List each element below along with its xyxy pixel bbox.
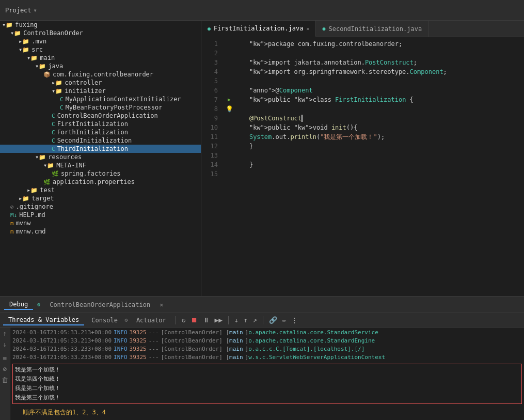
sidebar-label-controller: controller — [65, 79, 102, 86]
line-num-8: 8 — [201, 104, 224, 114]
sidebar-label-spring.factories: spring.factories — [61, 170, 121, 177]
btn-step-over[interactable]: ↓ — [233, 315, 240, 325]
sidebar-item-ControlBeanOrder[interactable]: ▾ 📁ControlBeanOrder — [0, 29, 201, 37]
sidebar-item-ThirdInitialization[interactable]: CThirdInitialization — [0, 145, 201, 153]
delete-btn[interactable]: 🗑 — [2, 376, 8, 384]
code-line-15: 15 — [201, 169, 524, 179]
debug-app-tab[interactable]: ControlBeanOrderApplication — [44, 300, 155, 309]
sidebar-item-META-INF[interactable]: ▾ 📁META-INF — [0, 161, 201, 169]
sidebar-item-com.fuxing.controlbeanorder[interactable]: 📦com.fuxing.controlbeanorder — [0, 70, 201, 79]
line-content-7: "kw">public "kw">class FirstInitializati… — [234, 95, 524, 104]
sidebar-item-target[interactable]: ▸ 📁target — [0, 194, 201, 203]
log-bracket: [ControlBeanOrder] [ — [161, 345, 229, 353]
line-content-3: "kw">import jakarta.annotation.PostConst… — [234, 58, 524, 67]
top-bar: Project ▾ — [0, 0, 524, 21]
line-num-13: 13 — [201, 151, 224, 160]
main-area: ▾ 📁fuxing▾ 📁ControlBeanOrder▸ 📁.mvn▾ 📁sr… — [0, 21, 524, 296]
bulb-icon[interactable]: 💡 — [226, 104, 233, 114]
btn-resume[interactable]: ▶▶ — [213, 315, 225, 325]
log-ts: 2024-03-16T21:05:33.233+08:00 — [12, 345, 112, 353]
project-chevron[interactable]: ▾ — [34, 7, 37, 14]
sidebar-item-.gitignore[interactable]: ⊘.gitignore — [0, 203, 201, 211]
code-line-8: 8💡 — [201, 104, 524, 114]
output-line: 我是第一个加载！ — [15, 365, 519, 375]
line-content-9: @PostConstruct — [234, 114, 524, 123]
btn-edit[interactable]: ✏ — [281, 315, 288, 325]
log-ts: 2024-03-16T21:05:33.213+08:00 — [12, 337, 112, 345]
line-content-8 — [234, 104, 524, 114]
sidebar-label-mvnw.cmd: mvnw.cmd — [16, 228, 46, 235]
sidebar-label-fuxing: fuxing — [15, 21, 37, 28]
btn-step-out[interactable]: ↗ — [251, 315, 259, 325]
sidebar-item-main[interactable]: ▾ 📁main — [0, 54, 201, 62]
btn-more[interactable]: ⋮ — [290, 315, 299, 325]
sidebar-item-initializer[interactable]: ▾ 📁initializer — [0, 87, 201, 95]
debug-label[interactable]: Debug — [4, 300, 33, 310]
toolbar-sep-2 — [228, 316, 229, 324]
console-output[interactable]: 2024-03-16T21:05:33.213+08:00INFO39325--… — [10, 328, 524, 420]
gutter-7: ▶ — [224, 95, 234, 104]
sidebar-item-MyApplicationContextInitializer[interactable]: CMyApplicationContextInitializer — [0, 95, 201, 103]
sidebar-item-ControlBeanOrderApplication[interactable]: CControlBeanOrderApplication — [0, 112, 201, 120]
tab-threads[interactable]: Threads & Variables — [3, 315, 84, 325]
sidebar-item-resources[interactable]: ▾ 📁resources — [0, 153, 201, 161]
sidebar-item-MyBeanFactoryPostProcessor[interactable]: CMyBeanFactoryPostProcessor — [0, 103, 201, 112]
sidebar-item-ForthInitialization[interactable]: CForthInitialization — [0, 128, 201, 136]
sidebar-item-mvnw.cmd[interactable]: mmvnw.cmd — [0, 227, 201, 236]
btn-stop[interactable]: ⏹ — [189, 315, 199, 325]
tab-first[interactable]: ●FirstInitialization.java✕ — [201, 21, 316, 37]
log-thread: main — [229, 353, 243, 362]
debug-tabs-bar: Debug ⚙ ControlBeanOrderApplication ✕ — [0, 297, 524, 313]
code-line-11: 11 System.out.println("我是第一个加载！"); — [201, 132, 524, 142]
btn-rerun[interactable]: ↻ — [180, 315, 187, 325]
clear-btn[interactable]: ⊘ — [3, 365, 7, 373]
sidebar-label-test: test — [40, 186, 55, 194]
tab-console[interactable]: Console — [86, 316, 123, 325]
sidebar-item-mvnw[interactable]: mmvnw — [0, 219, 201, 227]
sidebar-item-HELP.md[interactable]: M↓HELP.md — [0, 211, 201, 219]
line-content-11: System.out.println("我是第一个加载！"); — [234, 132, 524, 142]
filter-btn[interactable]: ≡ — [3, 354, 7, 362]
btn-step-up[interactable]: ↑ — [242, 315, 249, 325]
console-log-line: 2024-03-16T21:05:33.233+08:00INFO39325--… — [12, 345, 522, 353]
sidebar-item-.mvn[interactable]: ▸ 📁.mvn — [0, 37, 201, 45]
sidebar-item-SecondInitialization[interactable]: CSecondInitialization — [0, 136, 201, 145]
sidebar-item-FirstInitialization[interactable]: CFirstInitialization — [0, 120, 201, 128]
sidebar-item-src[interactable]: ▾ 📁src — [0, 45, 201, 54]
project-label[interactable]: Project ▾ — [5, 7, 37, 14]
sidebar-item-application.properties[interactable]: 🌿application.properties — [0, 178, 201, 186]
line-num-15: 15 — [201, 169, 224, 179]
sidebar-item-fuxing[interactable]: ▾ 📁fuxing — [0, 21, 201, 29]
code-editor[interactable]: 1 "kw">package com.fuxing.controlbeanord… — [201, 37, 524, 296]
tab-actuator[interactable]: Actuator — [131, 316, 171, 325]
sidebar-label-MyBeanFactoryPostProcessor: MyBeanFactoryPostProcessor — [66, 104, 163, 111]
tab-second[interactable]: ●SecondInitialization.java — [316, 21, 428, 37]
first-tab-close[interactable]: ✕ — [306, 26, 309, 32]
code-line-9: 9 @PostConstruct — [201, 114, 524, 123]
note-text: 顺序不满足包含的1、2、3、4 — [23, 406, 522, 419]
code-line-1: 1 "kw">package com.fuxing.controlbeanord… — [201, 39, 524, 49]
debug-app-close[interactable]: ✕ — [160, 301, 163, 308]
sidebar-item-controller[interactable]: ▸ 📁controller — [0, 79, 201, 87]
sidebar-item-test[interactable]: ▸ 📁test — [0, 186, 201, 194]
scroll-down-btn[interactable]: ↓ — [3, 340, 7, 348]
log-thread: main — [229, 337, 243, 345]
gutter-8: 💡 — [224, 104, 234, 114]
sidebar-label-ThirdInitialization: ThirdInitialization — [57, 145, 128, 152]
sidebar-item-spring.factories[interactable]: 🌿spring.factories — [0, 169, 201, 178]
toolbar-sep-3 — [263, 316, 263, 324]
code-line-3: 3 "kw">import jakarta.annotation.PostCon… — [201, 58, 524, 67]
output-box: 我是第一个加载！我是第四个加载！我是第二个加载！我是第三个加载！ — [12, 364, 522, 404]
output-line: 我是第二个加载！ — [15, 384, 519, 393]
breakpoint-icon[interactable]: ▶ — [228, 95, 231, 104]
scroll-up-btn[interactable]: ↑ — [3, 330, 7, 337]
btn-link[interactable]: 🔗 — [267, 315, 279, 325]
debug-app-icon: ⚙ — [37, 302, 40, 307]
log-logger: o.apache.catalina.core.StandardService — [248, 329, 378, 337]
editor-area: ●FirstInitialization.java✕●SecondInitial… — [201, 21, 524, 296]
btn-pause[interactable]: ⏸ — [201, 315, 211, 325]
sidebar-item-java[interactable]: ▾ 📁java — [0, 62, 201, 70]
line-content-12: } — [234, 142, 524, 151]
line-content-5 — [234, 76, 524, 86]
sidebar-label-target: target — [31, 195, 54, 202]
